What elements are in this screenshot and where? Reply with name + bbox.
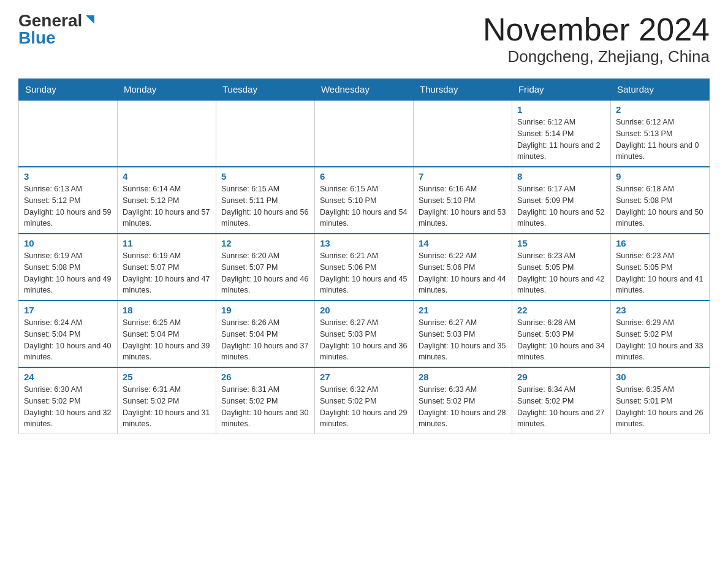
day-number: 17 — [24, 305, 112, 315]
day-info: Sunrise: 6:20 AMSunset: 5:07 PMDaylight:… — [221, 250, 309, 296]
calendar-cell: 11Sunrise: 6:19 AMSunset: 5:07 PMDayligh… — [117, 234, 216, 301]
day-info: Sunrise: 6:12 AMSunset: 5:13 PMDaylight:… — [616, 117, 704, 163]
day-number: 7 — [419, 171, 507, 182]
calendar-cell: 30Sunrise: 6:35 AMSunset: 5:01 PMDayligh… — [610, 367, 709, 434]
day-info: Sunrise: 6:23 AMSunset: 5:05 PMDaylight:… — [517, 250, 605, 296]
day-number: 4 — [123, 171, 211, 182]
day-number: 9 — [616, 171, 704, 182]
calendar-day-header: Friday — [512, 79, 610, 101]
day-number: 20 — [320, 305, 408, 315]
calendar-cell: 20Sunrise: 6:27 AMSunset: 5:03 PMDayligh… — [314, 301, 413, 367]
day-number: 10 — [24, 238, 112, 248]
calendar-cell: 8Sunrise: 6:17 AMSunset: 5:09 PMDaylight… — [512, 167, 610, 234]
calendar-cell: 15Sunrise: 6:23 AMSunset: 5:05 PMDayligh… — [512, 234, 610, 301]
day-number: 26 — [221, 372, 309, 382]
day-info: Sunrise: 6:19 AMSunset: 5:07 PMDaylight:… — [123, 250, 211, 296]
logo-triangle-icon — [83, 13, 97, 26]
day-number: 6 — [320, 171, 408, 182]
logo-general-text: General — [18, 12, 82, 29]
day-info: Sunrise: 6:15 AMSunset: 5:11 PMDaylight:… — [221, 183, 309, 229]
day-number: 16 — [616, 238, 704, 248]
page-title: November 2024 — [483, 12, 710, 47]
day-info: Sunrise: 6:22 AMSunset: 5:06 PMDaylight:… — [419, 250, 507, 296]
day-number: 27 — [320, 372, 408, 382]
calendar-cell: 17Sunrise: 6:24 AMSunset: 5:04 PMDayligh… — [19, 301, 118, 367]
calendar-cell: 16Sunrise: 6:23 AMSunset: 5:05 PMDayligh… — [610, 234, 709, 301]
calendar-week-row: 10Sunrise: 6:19 AMSunset: 5:08 PMDayligh… — [19, 234, 710, 301]
day-info: Sunrise: 6:16 AMSunset: 5:10 PMDaylight:… — [419, 183, 507, 229]
day-number: 2 — [616, 104, 704, 115]
calendar-cell — [19, 100, 118, 167]
day-info: Sunrise: 6:33 AMSunset: 5:02 PMDaylight:… — [419, 384, 507, 430]
day-info: Sunrise: 6:30 AMSunset: 5:02 PMDaylight:… — [24, 384, 112, 430]
day-info: Sunrise: 6:19 AMSunset: 5:08 PMDaylight:… — [24, 250, 112, 296]
calendar-cell: 21Sunrise: 6:27 AMSunset: 5:03 PMDayligh… — [413, 301, 512, 367]
title-block: November 2024 Dongcheng, Zhejiang, China — [483, 12, 710, 66]
page-header: General Blue November 2024 Dongcheng, Zh… — [18, 12, 710, 66]
day-info: Sunrise: 6:32 AMSunset: 5:02 PMDaylight:… — [320, 384, 408, 430]
day-info: Sunrise: 6:29 AMSunset: 5:02 PMDaylight:… — [616, 317, 704, 363]
calendar-table: SundayMondayTuesdayWednesdayThursdayFrid… — [18, 79, 710, 434]
day-number: 23 — [616, 305, 704, 315]
day-number: 30 — [616, 372, 704, 382]
day-info: Sunrise: 6:31 AMSunset: 5:02 PMDaylight:… — [123, 384, 211, 430]
calendar-cell: 5Sunrise: 6:15 AMSunset: 5:11 PMDaylight… — [216, 167, 314, 234]
calendar-cell: 29Sunrise: 6:34 AMSunset: 5:02 PMDayligh… — [512, 367, 610, 434]
calendar-cell: 28Sunrise: 6:33 AMSunset: 5:02 PMDayligh… — [413, 367, 512, 434]
day-info: Sunrise: 6:17 AMSunset: 5:09 PMDaylight:… — [517, 183, 605, 229]
day-number: 8 — [517, 171, 605, 182]
calendar-cell: 24Sunrise: 6:30 AMSunset: 5:02 PMDayligh… — [19, 367, 118, 434]
day-number: 22 — [517, 305, 605, 315]
calendar-cell: 25Sunrise: 6:31 AMSunset: 5:02 PMDayligh… — [117, 367, 216, 434]
calendar-cell: 1Sunrise: 6:12 AMSunset: 5:14 PMDaylight… — [512, 100, 610, 167]
calendar-cell: 4Sunrise: 6:14 AMSunset: 5:12 PMDaylight… — [117, 167, 216, 234]
day-info: Sunrise: 6:35 AMSunset: 5:01 PMDaylight:… — [616, 384, 704, 430]
calendar-cell — [314, 100, 413, 167]
day-number: 11 — [123, 238, 211, 248]
day-number: 24 — [24, 372, 112, 382]
calendar-cell: 3Sunrise: 6:13 AMSunset: 5:12 PMDaylight… — [19, 167, 118, 234]
day-number: 15 — [517, 238, 605, 248]
day-info: Sunrise: 6:25 AMSunset: 5:04 PMDaylight:… — [123, 317, 211, 363]
calendar-day-header: Thursday — [413, 79, 512, 101]
day-number: 25 — [123, 372, 211, 382]
day-number: 1 — [517, 104, 605, 115]
calendar-day-header: Sunday — [19, 79, 118, 101]
calendar-week-row: 1Sunrise: 6:12 AMSunset: 5:14 PMDaylight… — [19, 100, 710, 167]
day-info: Sunrise: 6:12 AMSunset: 5:14 PMDaylight:… — [517, 117, 605, 163]
day-info: Sunrise: 6:27 AMSunset: 5:03 PMDaylight:… — [419, 317, 507, 363]
calendar-cell: 9Sunrise: 6:18 AMSunset: 5:08 PMDaylight… — [610, 167, 709, 234]
calendar-week-row: 3Sunrise: 6:13 AMSunset: 5:12 PMDaylight… — [19, 167, 710, 234]
calendar-cell: 6Sunrise: 6:15 AMSunset: 5:10 PMDaylight… — [314, 167, 413, 234]
day-info: Sunrise: 6:24 AMSunset: 5:04 PMDaylight:… — [24, 317, 112, 363]
day-info: Sunrise: 6:23 AMSunset: 5:05 PMDaylight:… — [616, 250, 704, 296]
calendar-cell: 26Sunrise: 6:31 AMSunset: 5:02 PMDayligh… — [216, 367, 314, 434]
calendar-cell — [413, 100, 512, 167]
day-info: Sunrise: 6:14 AMSunset: 5:12 PMDaylight:… — [123, 183, 211, 229]
calendar-day-header: Saturday — [610, 79, 709, 101]
calendar-day-header: Monday — [117, 79, 216, 101]
day-number: 28 — [419, 372, 507, 382]
calendar-cell: 27Sunrise: 6:32 AMSunset: 5:02 PMDayligh… — [314, 367, 413, 434]
day-number: 19 — [221, 305, 309, 315]
calendar-cell: 7Sunrise: 6:16 AMSunset: 5:10 PMDaylight… — [413, 167, 512, 234]
day-info: Sunrise: 6:26 AMSunset: 5:04 PMDaylight:… — [221, 317, 309, 363]
calendar-header-row: SundayMondayTuesdayWednesdayThursdayFrid… — [19, 79, 710, 101]
day-number: 18 — [123, 305, 211, 315]
calendar-cell — [216, 100, 314, 167]
day-number: 29 — [517, 372, 605, 382]
day-info: Sunrise: 6:28 AMSunset: 5:03 PMDaylight:… — [517, 317, 605, 363]
calendar-day-header: Wednesday — [314, 79, 413, 101]
day-info: Sunrise: 6:21 AMSunset: 5:06 PMDaylight:… — [320, 250, 408, 296]
calendar-cell: 2Sunrise: 6:12 AMSunset: 5:13 PMDaylight… — [610, 100, 709, 167]
day-info: Sunrise: 6:27 AMSunset: 5:03 PMDaylight:… — [320, 317, 408, 363]
day-info: Sunrise: 6:13 AMSunset: 5:12 PMDaylight:… — [24, 183, 112, 229]
day-number: 21 — [419, 305, 507, 315]
logo-blue-text: Blue — [18, 29, 56, 47]
calendar-cell: 19Sunrise: 6:26 AMSunset: 5:04 PMDayligh… — [216, 301, 314, 367]
calendar-cell: 13Sunrise: 6:21 AMSunset: 5:06 PMDayligh… — [314, 234, 413, 301]
calendar-cell — [117, 100, 216, 167]
svg-marker-0 — [86, 15, 94, 24]
calendar-cell: 18Sunrise: 6:25 AMSunset: 5:04 PMDayligh… — [117, 301, 216, 367]
calendar-week-row: 17Sunrise: 6:24 AMSunset: 5:04 PMDayligh… — [19, 301, 710, 367]
